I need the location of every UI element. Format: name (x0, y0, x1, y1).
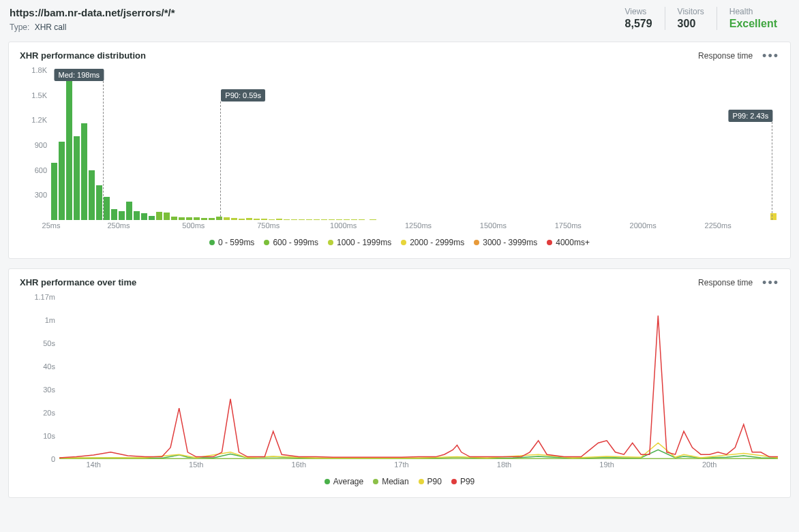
x-tick: 2250ms (705, 221, 732, 230)
legend-label: 4000ms+ (556, 238, 590, 247)
bar[interactable] (134, 211, 140, 220)
bar[interactable] (74, 136, 80, 220)
percentile-marker-label: Med: 198ms (55, 69, 104, 81)
line-chart[interactable]: 1.17m1m50s40s30s20s10s0 14th15th16th17th… (18, 297, 781, 470)
legend-swatch (419, 479, 424, 484)
stat-value: Excellent (729, 18, 777, 30)
stat-health: HealthExcellent (717, 7, 789, 30)
stat-label: Views (625, 7, 652, 16)
x-tick: 25ms (42, 221, 61, 230)
legend-swatch (451, 479, 457, 484)
bar-x-axis: 25ms250ms500ms750ms1000ms1250ms1500ms175… (51, 220, 778, 231)
y-tick: 1.17m (34, 293, 55, 301)
legend-swatch (325, 479, 330, 484)
percentile-marker: P90: 0.59s (220, 101, 221, 220)
panel-title: XHR performance distribution (20, 50, 698, 61)
legend-item[interactable]: 600 - 999ms (264, 238, 318, 247)
page-title: https://bam.nr-data.net/jserrors/*/* (10, 7, 613, 18)
legend-item[interactable]: 3000 - 3999ms (474, 238, 537, 247)
stat-value: 8,579 (625, 18, 652, 30)
panel-metric-label[interactable]: Response time (698, 51, 753, 61)
header-stats: Views8,579Visitors300HealthExcellent (613, 7, 789, 30)
x-tick: 1000ms (330, 221, 357, 230)
y-tick: 1m (45, 316, 55, 324)
x-tick: 19th (599, 460, 614, 469)
bar[interactable] (111, 209, 117, 220)
legend-item[interactable]: 0 - 599ms (209, 238, 254, 247)
legend-label: 2000 - 2999ms (410, 238, 464, 247)
x-tick: 1750ms (555, 221, 582, 230)
percentile-marker-label: P99: 2.43s (729, 110, 773, 122)
x-tick: 2000ms (630, 221, 657, 230)
bar-y-axis: 1.8K1.5K1.2K900600300 (18, 70, 51, 231)
y-tick: 30s (43, 386, 55, 394)
legend-item[interactable]: P99 (451, 477, 474, 486)
bar[interactable] (96, 185, 102, 220)
x-tick: 250ms (107, 221, 130, 230)
legend-item[interactable]: Median (373, 477, 408, 486)
stat-value: 300 (678, 18, 704, 30)
legend-swatch (264, 240, 269, 245)
legend-label: 1000 - 1999ms (337, 238, 391, 247)
y-tick: 1.8K (31, 66, 47, 74)
panel-distribution: XHR performance distribution Response ti… (8, 42, 791, 259)
legend-swatch (373, 479, 378, 484)
panel-menu-icon[interactable]: ••• (762, 53, 779, 59)
legend-swatch (547, 240, 552, 245)
line-series[interactable] (59, 315, 778, 458)
line-legend: AverageMedianP90P99 (18, 470, 781, 496)
subtype-label: Type: (10, 22, 29, 32)
panel-title: XHR performance over time (20, 277, 698, 287)
legend-label: 3000 - 3999ms (483, 238, 537, 247)
bar[interactable] (104, 197, 110, 220)
bar-legend: 0 - 599ms600 - 999ms1000 - 1999ms2000 - … (18, 231, 781, 257)
percentile-marker: Med: 198ms (103, 81, 104, 220)
legend-item[interactable]: 1000 - 1999ms (328, 238, 391, 247)
y-tick: 50s (43, 339, 55, 347)
line-x-axis: 14th15th16th17th18th19th20th (59, 459, 778, 470)
legend-item[interactable]: 4000ms+ (547, 238, 590, 247)
legend-swatch (328, 240, 333, 245)
legend-item[interactable]: 2000 - 2999ms (401, 238, 464, 247)
y-tick: 0 (51, 455, 55, 463)
panel-metric-label[interactable]: Response time (698, 278, 753, 287)
bar[interactable] (126, 202, 132, 220)
legend-item[interactable]: P90 (419, 477, 442, 486)
bar-plot: Med: 198msP90: 0.59sP99: 2.43s (51, 70, 778, 220)
legend-swatch (474, 240, 479, 245)
bar[interactable] (66, 76, 72, 220)
bar[interactable] (59, 142, 65, 220)
stat-label: Health (729, 7, 777, 16)
percentile-marker-label: P90: 0.59s (221, 89, 265, 101)
bar[interactable] (51, 163, 57, 220)
y-tick: 1.5K (31, 91, 47, 99)
y-tick: 10s (43, 432, 55, 440)
legend-label: 0 - 599ms (218, 238, 254, 247)
y-tick: 600 (35, 166, 47, 174)
y-tick: 20s (43, 409, 55, 417)
x-tick: 500ms (182, 221, 205, 230)
legend-label: Average (333, 477, 363, 486)
bar[interactable] (119, 211, 125, 220)
stat-visitors: Visitors300 (665, 7, 717, 30)
x-tick: 15th (189, 460, 203, 469)
legend-item[interactable]: Average (325, 477, 363, 486)
legend-label: 600 - 999ms (273, 238, 318, 247)
line-y-axis: 1.17m1m50s40s30s20s10s0 (18, 297, 59, 470)
bar[interactable] (164, 213, 170, 220)
bar[interactable] (141, 213, 147, 220)
panel-menu-icon[interactable]: ••• (762, 280, 779, 285)
page-subtype: Type: XHR call (10, 22, 613, 32)
stat-label: Visitors (678, 7, 704, 16)
bar-chart[interactable]: 1.8K1.5K1.2K900600300 Med: 198msP90: 0.5… (18, 70, 781, 231)
page-header: https://bam.nr-data.net/jserrors/*/* Typ… (0, 0, 799, 42)
bar[interactable] (156, 212, 162, 220)
line-plot (59, 297, 778, 459)
percentile-marker: P99: 2.43s (772, 122, 772, 220)
x-tick: 18th (497, 460, 511, 469)
bar[interactable] (81, 123, 87, 220)
y-tick: 40s (43, 362, 55, 371)
x-tick: 750ms (257, 221, 280, 230)
legend-swatch (209, 240, 215, 245)
bar[interactable] (89, 170, 95, 220)
